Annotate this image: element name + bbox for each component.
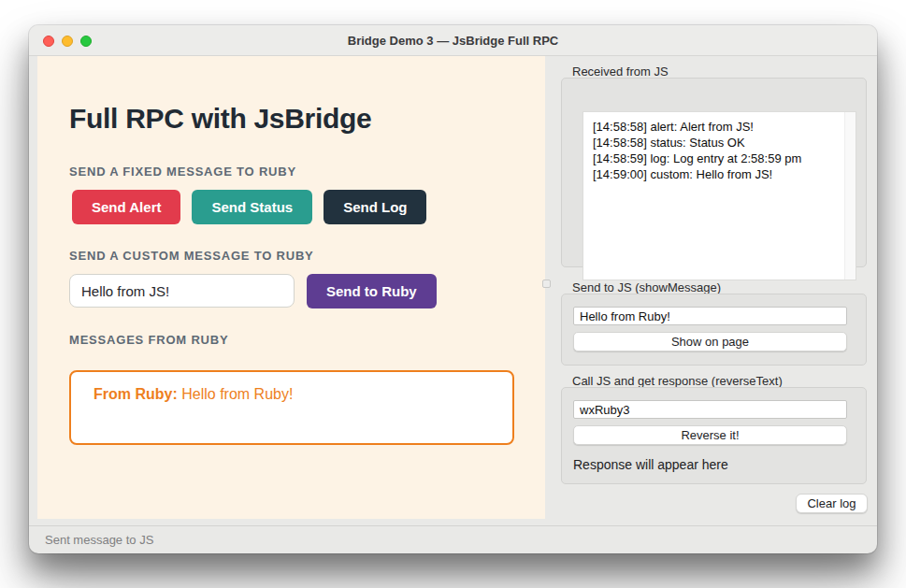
- splitter-handle[interactable]: [542, 280, 551, 288]
- title-bar[interactable]: Bridge Demo 3 — JsBridge Full RPC: [29, 25, 877, 56]
- reverse-it-button[interactable]: Reverse it!: [573, 425, 847, 445]
- response-placeholder-text: Response will appear here: [573, 457, 728, 472]
- control-panel: Received from JS [14:58:58] alert: Alert…: [553, 56, 877, 519]
- custom-message-input[interactable]: [69, 274, 295, 308]
- log-line: [14:58:59] log: Log entry at 2:58:59 pm: [593, 151, 846, 166]
- custom-message-row: Send to Ruby: [69, 274, 437, 308]
- received-from-js-label: Received from JS: [572, 65, 669, 79]
- log-line: [14:58:58] alert: Alert from JS!: [593, 119, 846, 135]
- show-on-page-button[interactable]: Show on page: [573, 332, 847, 351]
- log-line: [14:59:00] custom: Hello from JS!: [593, 166, 846, 182]
- fixed-section-label: SEND A FIXED MESSAGE TO RUBY: [69, 165, 296, 179]
- send-to-js-input[interactable]: [573, 307, 847, 325]
- ruby-message-box: From Ruby: Hello from Ruby!: [69, 370, 514, 445]
- ruby-message-text: From Ruby: Hello from Ruby!: [93, 386, 293, 402]
- log-textarea[interactable]: [14:58:58] alert: Alert from JS! [14:58:…: [582, 111, 856, 280]
- close-button[interactable]: [43, 36, 54, 47]
- call-js-label: Call JS and get response (reverseText): [572, 374, 783, 388]
- window-title: Bridge Demo 3 — JsBridge Full RPC: [348, 34, 558, 48]
- status-text: Sent message to JS: [45, 533, 153, 547]
- zoom-button[interactable]: [80, 36, 92, 47]
- minimize-button[interactable]: [62, 36, 73, 47]
- send-to-ruby-button[interactable]: Send to Ruby: [307, 274, 437, 308]
- messages-section-label: MESSAGES FROM RUBY: [69, 333, 228, 347]
- page-title: Full RPC with JsBridge: [69, 103, 371, 135]
- vertical-scrollbar[interactable]: [844, 112, 856, 280]
- traffic-lights: [43, 25, 92, 56]
- reverse-text-input[interactable]: [573, 400, 847, 419]
- custom-section-label: SEND A CUSTOM MESSAGE TO RUBY: [69, 249, 314, 263]
- app-window: Bridge Demo 3 — JsBridge Full RPC Full R…: [29, 25, 877, 553]
- desktop-background: Bridge Demo 3 — JsBridge Full RPC Full R…: [0, 0, 906, 588]
- webview-pane: Full RPC with JsBridge SEND A FIXED MESS…: [37, 56, 545, 519]
- send-to-js-label: Send to JS (showMessage): [572, 280, 721, 294]
- send-log-button[interactable]: Send Log: [324, 190, 426, 224]
- send-status-button[interactable]: Send Status: [192, 190, 312, 224]
- send-alert-button[interactable]: Send Alert: [72, 190, 180, 224]
- clear-log-button[interactable]: Clear log: [796, 494, 868, 513]
- fixed-buttons-row: Send Alert Send Status Send Log: [72, 190, 426, 224]
- from-ruby-message: Hello from Ruby!: [178, 386, 294, 402]
- status-bar: Sent message to JS: [29, 525, 877, 553]
- received-groupbox: [14:58:58] alert: Alert from JS! [14:58:…: [561, 78, 867, 267]
- log-line: [14:58:58] status: Status OK: [593, 135, 846, 151]
- send-to-js-groupbox: [561, 294, 867, 366]
- from-ruby-prefix: From Ruby:: [93, 386, 178, 402]
- log-lines: [14:58:58] alert: Alert from JS! [14:58:…: [583, 112, 856, 189]
